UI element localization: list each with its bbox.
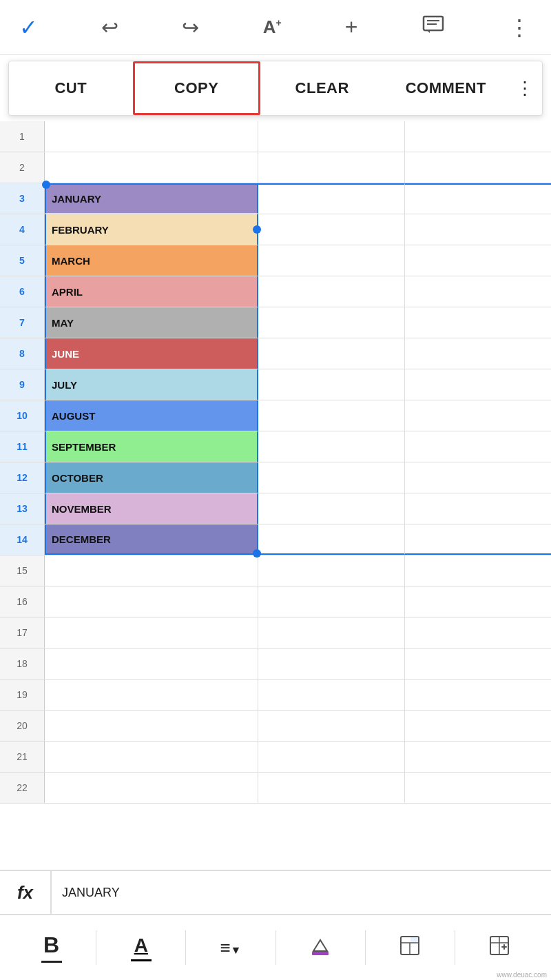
cell-14-c[interactable] <box>405 524 551 555</box>
cell-22-a[interactable] <box>45 773 258 803</box>
cell-10-a[interactable]: AUGUST <box>45 400 258 431</box>
comment-button[interactable]: COMMENT <box>384 61 508 115</box>
cell-11-b[interactable] <box>258 431 405 462</box>
table-row: 1 <box>0 121 551 152</box>
formula-bar: fx JANUARY <box>0 870 551 915</box>
formula-fx-label: fx <box>0 871 52 914</box>
cell-3-c[interactable] <box>405 183 551 214</box>
context-more-button[interactable]: ⋮ <box>508 61 542 115</box>
cell-13-a[interactable]: NOVEMBER <box>45 493 258 524</box>
column-tool[interactable] <box>455 915 544 980</box>
table-row: 12 OCTOBER <box>0 462 551 493</box>
cell-21-b[interactable] <box>258 742 405 772</box>
cut-button[interactable]: CUT <box>9 61 133 115</box>
text-format-icon[interactable]: A+ <box>258 11 287 43</box>
bold-underline <box>41 961 62 963</box>
cell-6-a[interactable]: APRIL <box>45 276 258 307</box>
cell-1-b[interactable] <box>258 121 405 152</box>
cell-2-b[interactable] <box>258 152 405 183</box>
table-row: 21 <box>0 742 551 773</box>
more-options-icon[interactable]: ⋮ <box>503 9 537 46</box>
cell-19-b[interactable] <box>258 680 405 710</box>
cell-1-c[interactable] <box>405 121 551 152</box>
cell-21-c[interactable] <box>405 742 551 772</box>
redo-icon[interactable]: ↪ <box>176 10 205 45</box>
cell-4-c[interactable] <box>405 214 551 245</box>
plus-icon[interactable]: + <box>340 9 364 45</box>
cell-22-b[interactable] <box>258 773 405 803</box>
cell-18-c[interactable] <box>405 649 551 679</box>
formula-value[interactable]: JANUARY <box>52 886 551 900</box>
cell-20-a[interactable] <box>45 711 258 741</box>
cell-16-a[interactable] <box>45 586 258 617</box>
cell-20-b[interactable] <box>258 711 405 741</box>
cell-8-a[interactable]: JUNE <box>45 338 258 369</box>
cell-16-c[interactable] <box>405 586 551 617</box>
cell-14-a[interactable]: DECEMBER <box>45 524 258 555</box>
align-tool[interactable]: ≡▼ <box>186 915 275 980</box>
cell-4-b[interactable] <box>258 214 405 245</box>
cell-22-c[interactable] <box>405 773 551 803</box>
clear-button[interactable]: CLEAR <box>260 61 384 115</box>
table-row: 18 <box>0 649 551 680</box>
cell-21-a[interactable] <box>45 742 258 772</box>
cell-5-a[interactable]: MARCH <box>45 245 258 276</box>
font-color-tool[interactable]: A <box>96 915 185 980</box>
table-row: 9 JULY <box>0 369 551 400</box>
cell-18-a[interactable] <box>45 649 258 679</box>
selection-handle-top-left[interactable] <box>42 181 50 189</box>
cell-12-a[interactable]: OCTOBER <box>45 462 258 493</box>
cell-16-b[interactable] <box>258 586 405 617</box>
cell-6-b[interactable] <box>258 276 405 307</box>
cell-17-c[interactable] <box>405 617 551 648</box>
cell-11-a[interactable]: SEPTEMBER <box>45 431 258 462</box>
cell-8-c[interactable] <box>405 338 551 369</box>
cell-13-b[interactable] <box>258 493 405 524</box>
cell-15-b[interactable] <box>258 555 405 586</box>
cell-19-c[interactable] <box>405 680 551 710</box>
fill-color-tool[interactable] <box>276 915 365 980</box>
bold-tool[interactable]: B <box>7 915 96 980</box>
cell-11-c[interactable] <box>405 431 551 462</box>
cell-19-a[interactable] <box>45 680 258 710</box>
cell-7-c[interactable] <box>405 307 551 338</box>
cell-10-b[interactable] <box>258 400 405 431</box>
cell-12-b[interactable] <box>258 462 405 493</box>
cell-17-b[interactable] <box>258 617 405 648</box>
copy-button[interactable]: COPY <box>133 61 261 115</box>
insert-table-tool[interactable] <box>366 915 455 980</box>
cell-5-c[interactable] <box>405 245 551 276</box>
cell-1-a[interactable] <box>45 121 258 152</box>
undo-icon[interactable]: ↩ <box>96 10 124 45</box>
cell-7-a[interactable]: MAY <box>45 307 258 338</box>
cell-7-b[interactable] <box>258 307 405 338</box>
cell-20-c[interactable] <box>405 711 551 741</box>
cell-10-c[interactable] <box>405 400 551 431</box>
comment-icon[interactable] <box>416 8 450 47</box>
cell-8-b[interactable] <box>258 338 405 369</box>
cell-17-a[interactable] <box>45 617 258 648</box>
cell-15-a[interactable] <box>45 555 258 586</box>
cell-18-b[interactable] <box>258 649 405 679</box>
cell-13-c[interactable] <box>405 493 551 524</box>
cell-14-b[interactable] <box>258 524 405 555</box>
cell-3-a[interactable]: JANUARY <box>45 183 258 214</box>
cell-9-b[interactable] <box>258 369 405 400</box>
selection-handle-bottom-right[interactable] <box>253 549 261 558</box>
cell-3-b[interactable] <box>258 183 405 214</box>
table-row: 3 JANUARY <box>0 183 551 214</box>
cell-2-a[interactable] <box>45 152 258 183</box>
cell-6-c[interactable] <box>405 276 551 307</box>
cell-12-c[interactable] <box>405 462 551 493</box>
selection-handle-mid[interactable] <box>253 225 261 234</box>
cell-9-c[interactable] <box>405 369 551 400</box>
cell-5-b[interactable] <box>258 245 405 276</box>
row-number: 5 <box>0 245 45 276</box>
cell-4-a[interactable]: FEBRUARY <box>45 214 258 245</box>
cell-9-a[interactable]: JULY <box>45 369 258 400</box>
check-icon[interactable]: ✓ <box>14 9 43 46</box>
table-row: 6 APRIL <box>0 276 551 307</box>
cell-2-c[interactable] <box>405 152 551 183</box>
cell-15-c[interactable] <box>405 555 551 586</box>
row-number: 12 <box>0 462 45 493</box>
